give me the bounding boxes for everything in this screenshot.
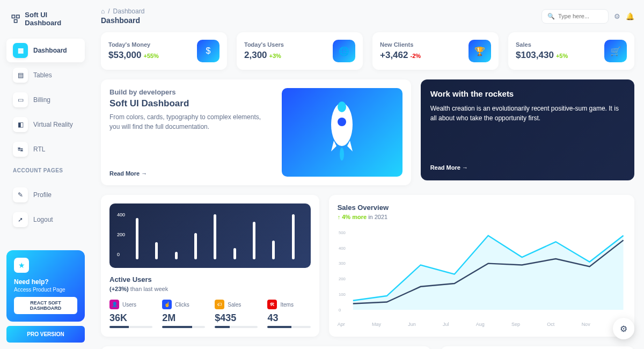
- stat-label: Today's Money: [108, 41, 159, 48]
- metric-label: Users: [122, 302, 136, 308]
- nav-section-heading: ACCOUNT PAGES: [6, 161, 85, 176]
- active-users-title: Active Users: [109, 275, 311, 283]
- metric-icon: 🛠: [267, 300, 277, 309]
- stat-card-today-s-users: Today's Users2,300+3%🌐: [237, 32, 363, 70]
- home-icon[interactable]: ⌂: [101, 8, 105, 15]
- stat-label: Sales: [516, 41, 568, 48]
- pro-version-button[interactable]: PRO VERSION: [6, 326, 85, 343]
- stat-delta: +55%: [143, 53, 158, 59]
- svg-rect-1: [17, 15, 19, 18]
- gear-icon[interactable]: ⚙: [614, 12, 620, 20]
- help-docs-button[interactable]: REACT SOFT DASHBOARD: [14, 297, 77, 314]
- work-rockets-card: Work with the rockets Wealth creation is…: [421, 79, 634, 180]
- help-title: Need help?: [14, 278, 77, 286]
- metric-value: $435: [215, 312, 258, 324]
- topbar: ⌂ / Dashboard Dashboard 🔍 ⚙ 🔔: [101, 8, 634, 25]
- metric-label: Sales: [228, 302, 241, 308]
- metric-label: Clicks: [175, 302, 189, 308]
- sales-overview-title: Sales Overview: [338, 203, 626, 212]
- help-card: ★ Need help? Access Product Page REACT S…: [6, 250, 85, 322]
- svg-text:200: 200: [339, 277, 346, 281]
- hero-description: From colors, cards, typography to comple…: [109, 112, 273, 132]
- metric-label: Items: [280, 302, 293, 308]
- svg-text:400: 400: [339, 246, 346, 251]
- stat-card-today-s-money: Today's Money$53,000+55%$: [101, 32, 227, 70]
- stat-value: +3,462: [380, 50, 408, 60]
- brand-logo[interactable]: Soft UI Dashboard: [6, 6, 85, 31]
- metric-icon: ☝: [162, 300, 172, 309]
- metric-value: 43: [267, 312, 310, 324]
- work-read-more-link[interactable]: Read More →: [430, 164, 625, 171]
- projects-card: Projects ⋮: [101, 346, 431, 349]
- sidebar-item-rtl[interactable]: ↹RTL: [6, 137, 85, 161]
- bar: [292, 214, 295, 259]
- sales-line-chart: 5004003002001000: [338, 226, 626, 317]
- work-description: Wealth creation is an evolutionarily rec…: [430, 104, 625, 123]
- svg-text:500: 500: [339, 230, 346, 235]
- stat-icon: 🌐: [333, 40, 355, 62]
- sidebar-item-tables[interactable]: ▤Tables: [6, 63, 85, 87]
- settings-fab[interactable]: ⚙: [613, 318, 634, 339]
- sales-overview-subtitle: ↑ 4% more in 2021: [338, 214, 626, 220]
- star-icon: ★: [14, 258, 29, 273]
- nav-label: Dashboard: [33, 47, 67, 54]
- stat-card-new-clients: New Clients+3,462-2%🏆: [372, 32, 499, 70]
- sidebar-item-profile[interactable]: ✎Profile: [6, 183, 85, 207]
- metric-value: 2M: [162, 312, 205, 324]
- sidebar-item-billing[interactable]: ▭Billing: [6, 88, 85, 112]
- hero-subtitle: Build by developers: [109, 88, 273, 96]
- brand-name: Soft UI Dashboard: [25, 11, 80, 27]
- svg-text:100: 100: [339, 292, 346, 297]
- nav-label: RTL: [33, 146, 45, 153]
- stats-row: Today's Money$53,000+55%$Today's Users2,…: [101, 32, 634, 70]
- bar: [214, 214, 216, 259]
- svg-text:0: 0: [339, 308, 341, 312]
- sidebar-item-logout[interactable]: ➚Logout: [6, 208, 85, 231]
- nav-label: Virtual Reality: [33, 121, 73, 128]
- main-content: ⌂ / Dashboard Dashboard 🔍 ⚙ 🔔 Today's Mo…: [91, 0, 644, 349]
- nav-icon: ✎: [13, 187, 28, 202]
- active-users-bar-chart: 4002000: [109, 203, 311, 268]
- search-icon: 🔍: [547, 13, 555, 20]
- hero-read-more-link[interactable]: Read More →: [109, 170, 273, 177]
- nav-icon: ▤: [13, 68, 28, 83]
- svg-point-5: [338, 101, 346, 112]
- metric-clicks: ☝Clicks2M: [162, 300, 205, 328]
- help-subtitle: Access Product Page: [14, 287, 77, 293]
- svg-point-6: [340, 148, 344, 161]
- stat-label: New Clients: [380, 41, 421, 48]
- main-nav: ▦Dashboard▤Tables▭Billing◧Virtual Realit…: [6, 39, 85, 161]
- sales-overview-card: Sales Overview ↑ 4% more in 2021 5004003…: [329, 195, 634, 337]
- nav-icon: ▭: [13, 92, 28, 107]
- bell-icon[interactable]: 🔔: [626, 12, 634, 20]
- sidebar-item-dashboard[interactable]: ▦Dashboard: [6, 39, 85, 62]
- page-title: Dashboard: [101, 16, 144, 25]
- metric-users: 👤Users36K: [109, 300, 152, 328]
- search-input[interactable]: [558, 13, 603, 19]
- breadcrumb-page[interactable]: Dashboard: [113, 8, 145, 15]
- nav-label: Billing: [33, 96, 50, 104]
- orders-card: Orders overview: [441, 346, 634, 349]
- sidebar-item-virtual-reality[interactable]: ◧Virtual Reality: [6, 113, 85, 136]
- stat-label: Today's Users: [244, 41, 284, 48]
- nav-label: Logout: [33, 216, 53, 223]
- search-box[interactable]: 🔍: [541, 9, 609, 24]
- stat-delta: +5%: [556, 53, 568, 59]
- stat-value: 2,300: [244, 50, 267, 60]
- bar: [175, 252, 178, 259]
- svg-point-4: [338, 118, 346, 126]
- sidebar: Soft UI Dashboard ▦Dashboard▤Tables▭Bill…: [0, 0, 91, 349]
- hero-title: Soft UI Dashboard: [109, 98, 273, 109]
- gear-icon: ⚙: [620, 324, 627, 334]
- stat-icon: $: [197, 40, 219, 62]
- nav-icon: ◧: [13, 117, 28, 132]
- stat-value: $103,430: [516, 50, 554, 60]
- nav-icon: ▦: [13, 43, 28, 58]
- hero-card: Build by developers Soft UI Dashboard Fr…: [101, 79, 411, 185]
- metric-icon: 👤: [109, 300, 119, 309]
- breadcrumb: ⌂ / Dashboard: [101, 8, 144, 15]
- stat-delta: +3%: [269, 53, 281, 59]
- bar: [233, 248, 236, 259]
- active-users-subtitle: (+23%) than last week: [109, 286, 311, 292]
- rocket-illustration: [282, 88, 402, 177]
